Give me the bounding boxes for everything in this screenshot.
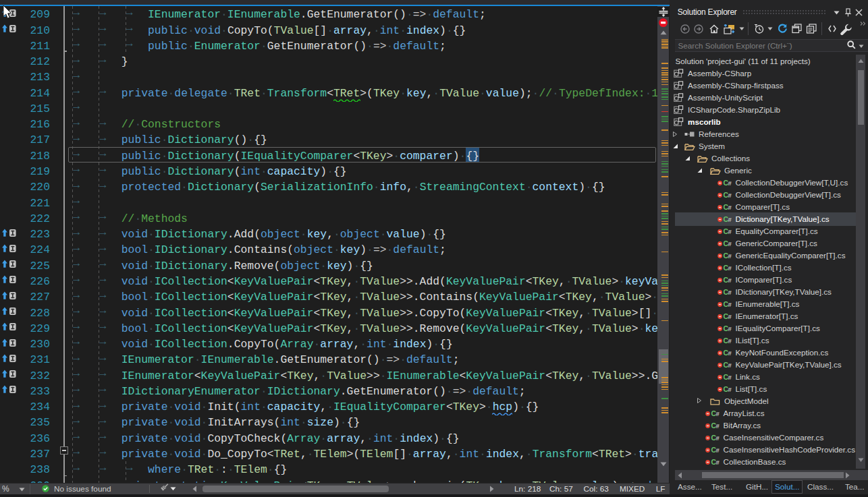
svg-text:#: # (728, 361, 732, 369)
svg-text:#: # (728, 386, 732, 393)
svg-text:#: # (728, 192, 732, 199)
svg-text:#: # (715, 422, 720, 430)
svg-text:#: # (715, 459, 720, 466)
svg-text:#: # (728, 228, 732, 235)
svg-text:#: # (728, 276, 732, 284)
svg-text:#: # (728, 216, 732, 223)
svg-text:#: # (728, 374, 732, 381)
svg-text:#: # (728, 264, 732, 272)
svg-text:#: # (715, 446, 720, 454)
svg-text:#: # (728, 179, 732, 187)
svg-text:#: # (728, 313, 732, 320)
svg-text:#: # (728, 289, 732, 296)
svg-text:#: # (715, 434, 720, 442)
svg-text:#: # (728, 301, 732, 308)
svg-text:#: # (715, 410, 720, 417)
svg-text:#: # (728, 325, 732, 332)
svg-text:#: # (728, 349, 732, 357)
svg-text:#: # (728, 252, 732, 260)
svg-text:#: # (728, 204, 732, 211)
svg-text:#: # (728, 240, 732, 247)
svg-text:#: # (728, 337, 732, 345)
